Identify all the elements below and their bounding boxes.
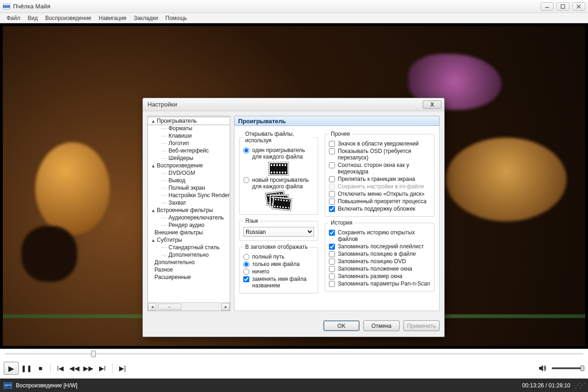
tree-capture[interactable]: ····Захват xyxy=(148,199,230,206)
tree-output[interactable]: ····Вывод xyxy=(148,177,230,184)
tree-misc[interactable]: Разное xyxy=(148,266,230,273)
check-winpos[interactable]: Запоминать положение окна xyxy=(329,265,430,272)
tree-fullscreen[interactable]: ····Полный экран xyxy=(148,184,230,192)
pause-button[interactable]: ❚❚ xyxy=(20,363,33,373)
seek-thumb[interactable] xyxy=(91,351,96,357)
svg-rect-4 xyxy=(561,5,565,8)
check-playlist[interactable]: Запоминать последний плейлист xyxy=(329,243,430,250)
settings-tree[interactable]: ▲Проигрыватель ····Форматы ····Клавиши ·… xyxy=(147,116,230,311)
check-covers[interactable]: Включить поддержку обложек xyxy=(329,205,430,213)
check-tray-icon[interactable]: Значок в области уведомлений xyxy=(329,140,430,147)
app-icon xyxy=(3,3,10,10)
radio-one-player[interactable]: один проигрыватель для каждого файла xyxy=(243,146,314,160)
maximize-button[interactable] xyxy=(556,2,569,11)
section-header: Проигрыватель xyxy=(234,116,440,126)
titlebar-display-group: В заголовке отображать полный путь тольк… xyxy=(239,244,318,293)
check-priority[interactable]: Повышенный приоритет процесса xyxy=(329,198,430,205)
dialog-title: Настройки xyxy=(147,101,177,108)
tree-audiosw[interactable]: ····Аудиопереключатель xyxy=(148,214,230,221)
stop-button[interactable]: ■ xyxy=(34,363,47,373)
check-ini: Сохранять настройки в ini-файле xyxy=(329,183,430,190)
apply-button[interactable]: Применить xyxy=(403,320,440,331)
tree-shaders[interactable]: ····Шейдеры xyxy=(148,154,230,162)
format-icon: MP4 xyxy=(4,382,12,389)
check-winsize[interactable]: Запоминать размер окна xyxy=(329,272,430,280)
check-filepos[interactable]: Запоминать позицию в файле xyxy=(329,250,430,258)
titlebar: Пчёлка Майя xyxy=(0,0,588,13)
tree-sync[interactable]: ····Настройки Sync Render xyxy=(148,192,230,199)
tree-std[interactable]: ····Стандартный стиль xyxy=(148,244,230,251)
check-pns[interactable]: Запоминать параметры Pan-n-Scan xyxy=(329,280,430,287)
playback-controls: ▶ ❚❚ ■ І◀ ◀◀ ▶▶ ▶І ▶| xyxy=(0,358,588,379)
menu-help[interactable]: Помощь xyxy=(162,13,191,23)
svg-rect-1 xyxy=(3,4,10,5)
rewind-button[interactable]: ◀◀ xyxy=(68,363,80,373)
menu-bookmarks[interactable]: Закладки xyxy=(130,13,162,23)
next-button[interactable]: ▶І xyxy=(96,363,108,373)
prev-button[interactable]: І◀ xyxy=(54,363,67,373)
cancel-button[interactable]: Отмена xyxy=(363,320,400,331)
check-osd[interactable]: Показывать OSD (требуется перезапуск) xyxy=(329,147,430,161)
radio-nothing[interactable]: ничего xyxy=(243,268,314,275)
check-disable-open-disc[interactable]: Отключить меню «Открыть диск» xyxy=(329,190,430,198)
tree-extra[interactable]: ····Дополнительно xyxy=(148,251,230,259)
svg-marker-7 xyxy=(539,365,543,372)
check-replace-title[interactable]: заменять имя файла названием xyxy=(243,275,314,289)
dialog-titlebar[interactable]: Настройки X xyxy=(143,98,444,111)
minimize-button[interactable] xyxy=(541,2,554,11)
menubar: Файл Вид Воспроизведение Навигация Закла… xyxy=(0,13,588,23)
tree-formats[interactable]: ····Форматы xyxy=(148,125,230,132)
menu-playback[interactable]: Воспроизведение xyxy=(41,13,95,23)
language-select[interactable]: Russian xyxy=(243,227,314,237)
tree-keys[interactable]: ····Клавиши xyxy=(148,132,230,140)
scroll-left-icon[interactable]: ◂ xyxy=(148,303,156,311)
radio-new-player[interactable]: новый проигрыватель для каждого файла xyxy=(243,176,314,190)
menu-navigation[interactable]: Навигация xyxy=(95,13,130,23)
tree-hscroll[interactable]: ◂ ≡ ▸ xyxy=(148,302,230,311)
tree-dvd[interactable]: ····DVD/OGM xyxy=(148,169,230,177)
volume-thumb[interactable] xyxy=(581,365,584,371)
tree-playback[interactable]: ▲Воспроизведение xyxy=(148,162,230,169)
radio-full-path[interactable]: полный путь xyxy=(243,253,314,260)
history-group: История Сохранять историю открытых файло… xyxy=(325,219,434,292)
time-display: 00:13:26 / 01:28:10 xyxy=(522,382,570,389)
seek-bar[interactable] xyxy=(0,349,588,358)
tree-internal[interactable]: ▲Встроенные фильтры xyxy=(148,206,230,214)
tree-player[interactable]: ▲Проигрыватель xyxy=(148,117,230,125)
status-bar: MP4 Воспроизведение [H/W] 00:13:26 / 01:… xyxy=(0,379,588,392)
volume-slider[interactable] xyxy=(552,367,584,369)
film-single-icon xyxy=(269,162,288,175)
language-group: Язык Russian xyxy=(239,218,318,241)
window-title: Пчёлка Майя xyxy=(13,3,50,10)
ok-button[interactable]: OK xyxy=(323,320,360,331)
scroll-right-icon[interactable]: ▸ xyxy=(221,303,230,311)
play-button[interactable]: ▶ xyxy=(4,362,19,375)
check-recent[interactable]: Сохранять историю открытых файлов xyxy=(329,229,430,243)
tree-subs[interactable]: ▲Субтитры xyxy=(148,236,230,244)
check-snap[interactable]: Прилипать к границам экрана xyxy=(329,175,430,183)
tree-logo[interactable]: ····Логотип xyxy=(148,140,230,147)
forward-button[interactable]: ▶▶ xyxy=(82,363,94,373)
other-group: Прочее Значок в области уведомлений Пока… xyxy=(325,131,434,217)
check-aspect[interactable]: Соотнош. сторон окна как у видеокадра xyxy=(329,161,430,175)
check-dvdpos[interactable]: Запоминать позицию DVD xyxy=(329,258,430,265)
scroll-thumb[interactable]: ≡ xyxy=(158,304,181,310)
dialog-close-button[interactable]: X xyxy=(423,100,441,109)
video-area[interactable]: Настройки X ▲Проигрыватель ····Форматы ·… xyxy=(0,23,588,349)
tree-extra2[interactable]: Дополнительно xyxy=(148,259,230,266)
tree-arender[interactable]: ····Рендер аудио xyxy=(148,221,230,229)
radio-filename[interactable]: только имя файла xyxy=(243,260,314,268)
close-button[interactable] xyxy=(572,2,585,11)
settings-dialog: Настройки X ▲Проигрыватель ····Форматы ·… xyxy=(142,98,445,337)
tree-advanced[interactable]: Расширенные xyxy=(148,273,230,281)
resize-grip[interactable]: ⋰⋰ xyxy=(575,382,584,389)
open-files-group: Открывать файлы, используя один проигрыв… xyxy=(239,131,318,215)
tree-external[interactable]: Внешние фильтры xyxy=(148,229,230,236)
svg-rect-2 xyxy=(3,8,10,9)
tree-web[interactable]: ····Веб-интерфейс xyxy=(148,147,230,154)
menu-file[interactable]: Файл xyxy=(3,13,24,23)
status-text: Воспроизведение [H/W] xyxy=(16,382,77,389)
step-button[interactable]: ▶| xyxy=(116,363,128,373)
menu-view[interactable]: Вид xyxy=(24,13,42,23)
volume-icon[interactable] xyxy=(537,363,549,373)
